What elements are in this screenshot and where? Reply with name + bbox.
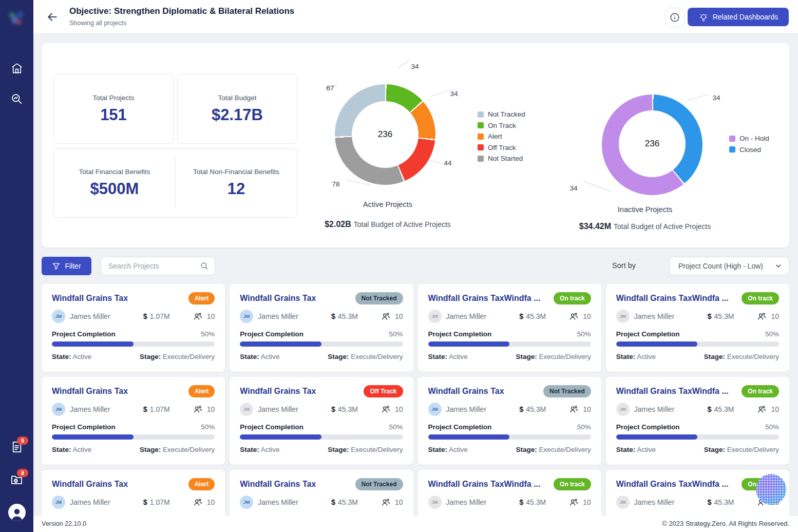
project-title[interactable]: Windfall Grains Tax [428,387,504,396]
owner-avatar: JM [240,403,253,416]
project-title[interactable]: Windfall Grains Tax [52,294,128,303]
page-subtitle: Showing all projects [69,20,126,27]
project-card[interactable]: Windfall Grains TaxWindfa ... On track J… [606,377,789,465]
budget-value: 45.3M [338,498,358,506]
project-title[interactable]: Windfall Grains TaxWindfa ... [616,387,729,396]
budget-value: 45.3M [714,312,734,320]
info-button[interactable] [665,8,685,27]
stage-label: Stage: [516,353,537,360]
related-dashboards-button[interactable]: Related Dashboards [688,8,789,26]
completion-label: Project Completion [616,423,680,431]
progress-bar [52,341,215,347]
card-header: Windfall Grains TaxWindfa ... On track [616,478,779,490]
owner-name: James Miller [70,498,143,506]
budget-value: 45.3M [338,312,358,320]
active-projects-legend: Not TrackedOn TrackAlertOff TrackNot Sta… [478,109,525,164]
members-icon [381,405,391,414]
project-card[interactable]: Windfall Grains TaxWindfa ... On track J… [606,284,789,372]
sidebar-item-project-settings[interactable]: 8 [0,472,33,486]
completion-row: Project Completion 50% [616,330,779,338]
projects-toolbar: Filter Sort by Project Count (High - Low… [42,257,789,275]
members-count: 10 [395,405,403,413]
state-value: Active [73,446,92,453]
project-title[interactable]: Windfall Grains TaxWindfa ... [616,294,729,303]
project-card[interactable]: Windfall Grains Tax Off Track JM James M… [230,377,413,465]
owner-name: James Miller [446,405,520,413]
legend-swatch [478,156,484,162]
chart-subtitle-text: Total Budget of Active Projects [354,220,451,229]
members: 10 [193,312,215,321]
project-card[interactable]: Windfall Grains TaxWindfa ... On track J… [418,284,601,372]
completion-value: 50% [389,423,403,431]
sidebar-item-profile[interactable] [0,504,33,521]
chart-subtitle-value: $34.42M [579,222,611,231]
project-title[interactable]: Windfall Grains Tax [52,387,128,396]
budget-value: 45.3M [714,498,734,506]
project-card[interactable]: Windfall Grains Tax Not Tracked JM James… [418,377,601,465]
state-value: Active [449,353,468,360]
stage-label: Stage: [140,446,161,453]
owner-name: James Miller [258,312,331,320]
legend-label: Closed [739,146,761,154]
card-meta: JM James Miller $45.3M 10 [616,496,779,509]
members-icon [193,405,203,414]
project-card[interactable]: Windfall Grains Tax Alert JM James Mille… [42,377,225,465]
stage-value: Execute/Delivery [163,446,215,453]
legend-swatch [478,134,484,140]
legend-item: Off Track [478,142,525,154]
progress-bar [616,434,779,440]
legend-item: On - Hold [729,133,769,144]
legend-swatch [729,146,735,153]
project-title[interactable]: Windfall Grains Tax [240,480,316,489]
card-meta: JM James Miller $1.07M 10 [52,496,215,509]
members-count: 10 [583,312,591,320]
sidebar-item-reports[interactable]: 8 [0,440,33,454]
stat-total-budget: Total Budget $2.17B [177,74,297,144]
owner-avatar: JM [428,403,442,416]
back-button[interactable] [46,10,59,24]
search-input[interactable] [101,257,215,275]
project-title[interactable]: Windfall Grains TaxWindfa ... [428,294,541,303]
search-box [101,257,215,275]
project-title[interactable]: Windfall Grains TaxWindfa ... [428,480,541,489]
search-icon[interactable] [200,261,209,271]
project-title[interactable]: Windfall Grains Tax [52,480,128,489]
sort-select-value: Project Count (High - Low) [678,262,763,270]
sidebar-item-insights[interactable] [0,92,33,106]
project-title[interactable]: Windfall Grains Tax [240,294,316,303]
chevron-down-icon [774,262,783,270]
sort-select[interactable]: Project Count (High - Low) [670,257,789,275]
card-meta: JM James Miller $45.3M 10 [240,310,403,323]
members-count: 10 [583,498,591,506]
assistant-sphere-button[interactable] [756,474,786,505]
status-badge: Alert [188,385,215,397]
stat-nonfinancial-benefits: Total Non-Financial Benefits 12 [176,149,297,217]
owner-avatar: JM [240,496,253,509]
app-logo[interactable] [5,7,28,30]
project-card[interactable]: Windfall Grains Tax Alert JM James Mille… [42,284,225,372]
state-label: State: [240,446,259,453]
dollar-icon: $ [331,312,335,320]
dollar-icon: $ [519,498,523,506]
members-icon [568,405,579,414]
stat-value: $500M [90,180,139,198]
owner-avatar: JM [616,403,630,416]
project-title[interactable]: Windfall Grains Tax [240,387,316,396]
budget: $45.3M [331,498,381,506]
legend-item: Not Started [478,153,525,164]
completion-value: 50% [765,423,779,431]
stage: Stage: Execute/Delivery [140,446,215,453]
legend-label: On - Hold [739,135,769,142]
members: 10 [381,405,403,414]
project-card[interactable]: Windfall Grains Tax Not Tracked JM James… [230,284,413,372]
project-title[interactable]: Windfall Grains TaxWindfa ... [616,480,729,489]
sidebar-item-home[interactable] [0,62,33,75]
budget-value: 1.07M [150,405,170,413]
completion-label: Project Completion [616,330,680,338]
card-header: Windfall Grains TaxWindfa ... On track [428,292,591,305]
home-icon [10,62,24,75]
page-title: Objective: Strengthen Diplomatic & Bilat… [69,6,294,16]
progress-bar [428,341,591,347]
filter-button[interactable]: Filter [42,257,91,275]
budget: $45.3M [331,312,381,320]
